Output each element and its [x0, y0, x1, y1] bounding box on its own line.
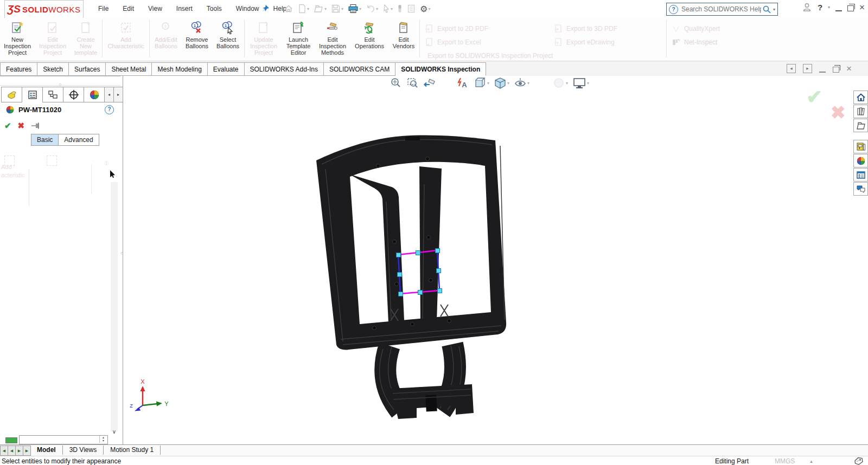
chevron-down-icon[interactable]: ▾	[507, 81, 509, 86]
splitter-knob-icon[interactable]: ○	[120, 250, 123, 256]
panel-viewport-splitter[interactable]	[123, 76, 123, 444]
tab-configuration-manager[interactable]	[43, 87, 63, 102]
add-edit-balloons-icon: 1	[159, 21, 173, 35]
tab-mesh-modeling[interactable]: Mesh Modeling	[152, 62, 207, 76]
menu-view[interactable]: View	[141, 0, 169, 17]
tab-dimxpert-manager[interactable]	[63, 87, 84, 102]
color-swatch[interactable]	[5, 437, 17, 443]
ok-button[interactable]: ✔	[4, 121, 11, 131]
view-orientation-button[interactable]: ▾	[473, 76, 490, 90]
tab-scroll-right-button[interactable]: ▸	[114, 87, 123, 102]
chevron-down-icon: ▾	[391, 7, 393, 11]
value-spinner-field[interactable]: ▴ ▾	[19, 435, 108, 444]
last-tab-button[interactable]: ▶	[23, 445, 31, 456]
view-settings-button[interactable]: ▾	[571, 76, 590, 90]
previous-tab-button[interactable]: ◀	[8, 445, 16, 456]
new-inspection-project-button[interactable]: New Inspection Project	[0, 20, 35, 57]
ghost-balloon-icon: ①	[104, 160, 109, 166]
zoom-to-area-button[interactable]	[405, 76, 420, 90]
taskpane-file-explorer-tab[interactable]	[853, 119, 868, 132]
taskpane-design-library-tab[interactable]	[853, 105, 868, 118]
next-tab-button[interactable]: ▶	[16, 445, 23, 456]
tab-3d-views[interactable]: 3D Views	[63, 445, 104, 455]
mode-toggle: Basic Advanced	[31, 134, 99, 146]
tab-sketch[interactable]: Sketch	[37, 62, 69, 76]
tab-property-manager[interactable]	[22, 87, 43, 103]
taskpane-home-tab[interactable]	[853, 91, 868, 104]
restore-button[interactable]	[847, 5, 854, 11]
menu-tools[interactable]: Tools	[200, 0, 229, 17]
tab-motion-study-1[interactable]: Motion Study 1	[104, 445, 161, 455]
print-button[interactable]: ▾	[346, 3, 363, 14]
graphics-viewport[interactable]: X Y Z	[124, 76, 853, 444]
status-bar: Select entities to modify their appearan…	[0, 456, 868, 465]
remove-balloons-button[interactable]: 1 Remove Balloons	[181, 20, 213, 50]
taskpane-custom-properties-tab[interactable]	[853, 168, 868, 182]
options-button[interactable]: ⚙ ▾	[418, 3, 432, 14]
help-menu-button[interactable]: ?	[818, 3, 822, 12]
chevron-down-icon[interactable]: ▾	[773, 7, 775, 12]
tab-feature-manager-tree[interactable]	[1, 87, 22, 102]
units-selector[interactable]: MMGS ▴	[775, 457, 813, 465]
export-to-inspection-project-button: Export to SOLIDWORKS Inspection Project	[421, 49, 550, 62]
collapse-left-pane-button[interactable]: ◂	[787, 64, 796, 73]
tab-scroll-left-button[interactable]: ◂	[105, 87, 114, 102]
tab-evaluate[interactable]: Evaluate	[208, 62, 245, 76]
menu-edit[interactable]: Edit	[116, 0, 141, 17]
taskpane-forum-tab[interactable]	[853, 182, 868, 196]
chevron-down-icon[interactable]: ▾	[828, 5, 830, 10]
minimize-button[interactable]	[835, 4, 842, 11]
tab-solidworks-cam[interactable]: SOLIDWORKS CAM	[324, 62, 395, 76]
tab-model[interactable]: Model	[30, 445, 63, 455]
search-icon[interactable]	[762, 5, 771, 14]
doc-close-button[interactable]: ×	[846, 64, 852, 73]
tab-solidworks-inspection[interactable]: SOLIDWORKS Inspection	[395, 62, 486, 76]
tab-sheet-metal[interactable]: Sheet Metal	[106, 62, 152, 76]
pin-button[interactable]	[31, 122, 41, 130]
dynamic-annotation-views-button[interactable]: A	[455, 76, 470, 90]
doc-restore-button[interactable]	[833, 67, 839, 73]
tab-solidworks-add-ins[interactable]: SOLIDWORKS Add-Ins	[245, 62, 324, 76]
launch-template-editor-icon	[291, 21, 305, 35]
taskpane-spacer	[853, 133, 868, 140]
basic-mode-button[interactable]: Basic	[31, 134, 59, 145]
tab-display-manager[interactable]	[84, 87, 105, 102]
first-tab-button[interactable]: ◀	[0, 445, 8, 456]
panel-scrollbar[interactable]	[111, 182, 118, 431]
menu-file[interactable]: File	[91, 0, 116, 17]
launch-template-editor-button[interactable]: Launch Template Editor	[282, 20, 315, 57]
zoom-to-fit-button[interactable]	[388, 76, 403, 90]
panel-bottom-row: ▴ ▾	[0, 435, 120, 445]
tab-surfaces[interactable]: Surfaces	[69, 62, 106, 76]
edit-inspection-methods-button[interactable]: Edit Inspection Methods	[315, 20, 350, 57]
select-balloons-button[interactable]: 1 Select Balloons	[213, 20, 243, 50]
taskpane-appearances-tab[interactable]	[853, 154, 868, 167]
advanced-mode-button[interactable]: Advanced	[59, 134, 98, 145]
edit-vendors-button[interactable]: Edit Vendors	[389, 20, 418, 50]
tab-features[interactable]: Features	[0, 62, 37, 76]
chevron-down-icon[interactable]: ▾	[587, 81, 589, 86]
property-manager-help-button[interactable]: ?	[105, 105, 114, 114]
cancel-button[interactable]: ✖	[18, 121, 25, 131]
expand-right-pane-button[interactable]: ▸	[803, 64, 812, 73]
chevron-down-icon[interactable]: ▾	[527, 81, 529, 86]
tags-icon[interactable]	[854, 457, 864, 465]
spinner-buttons[interactable]: ▴ ▾	[99, 436, 107, 443]
edit-operations-button[interactable]: Edit Operations	[350, 20, 389, 50]
user-account-icon[interactable]	[802, 2, 812, 12]
display-style-button[interactable]: ▾	[493, 76, 510, 90]
previous-view-button[interactable]	[422, 76, 438, 90]
hide-show-items-button[interactable]: ▾	[513, 76, 531, 90]
ghost-divider	[91, 164, 92, 194]
menu-insert[interactable]: Insert	[169, 0, 200, 17]
pin-menu-icon[interactable]	[260, 4, 270, 14]
search-input[interactable]	[680, 5, 762, 14]
panel-splitter-grip[interactable]: ○	[0, 81, 120, 86]
close-button[interactable]: ×	[859, 3, 865, 12]
doc-minimize-button[interactable]	[819, 65, 826, 73]
chevron-down-icon[interactable]: ▾	[487, 81, 489, 86]
model-part[interactable]	[316, 135, 506, 419]
chevron-down-icon: ▾	[428, 7, 430, 11]
taskpane-view-palette-tab[interactable]	[853, 140, 868, 153]
help-search-box[interactable]: ? ▾	[666, 3, 778, 16]
